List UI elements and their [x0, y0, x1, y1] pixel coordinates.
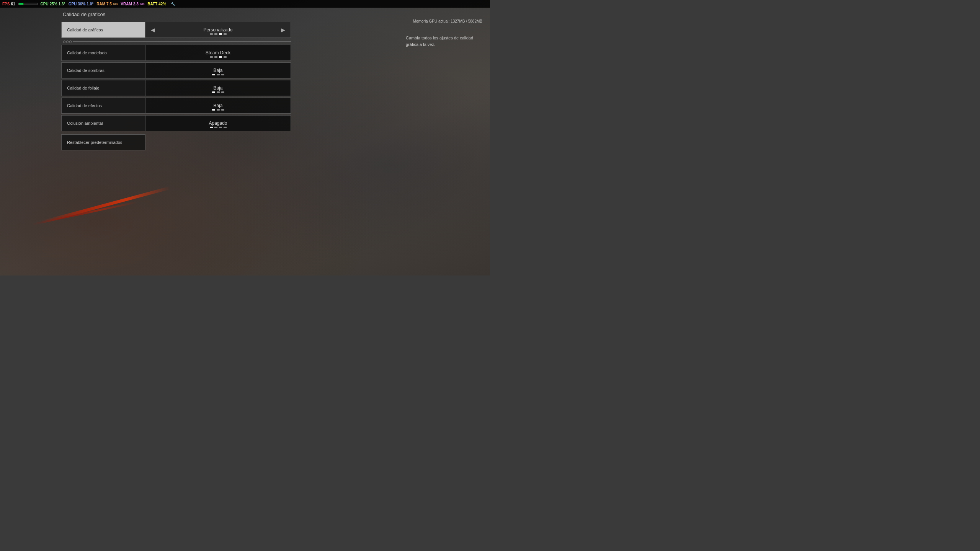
left-arrow[interactable]: ◀ [151, 27, 155, 33]
dot-3 [219, 127, 222, 128]
section-title: Calidad de gráficos [61, 11, 291, 17]
gpu-memory-label: Memoria GPU actual: [413, 19, 450, 23]
shadow-quality-value[interactable]: Baja [145, 62, 291, 78]
vram-unit: GiB [140, 3, 144, 5]
batt-display: BATT 42% [147, 2, 166, 6]
cpu-extra: 1.3° [59, 2, 65, 6]
hud-bar: FPS 61 CPU 25% 1.3° GPU 36% 1.0° RAM 7.5… [0, 0, 490, 8]
dot-2 [217, 109, 220, 111]
settings-row-foliage-quality[interactable]: Calidad de follaje Baja [61, 80, 291, 96]
settings-panel: Calidad de gráficos Calidad de gráficos … [61, 11, 291, 152]
cpu-bar [18, 3, 38, 5]
model-quality-label: Calidad de modelado [61, 45, 145, 61]
gpu-memory-separator: / [466, 19, 467, 23]
ram-display: RAM 7.5GiB [96, 2, 118, 6]
vram-label: VRAM [121, 2, 132, 6]
dot-1 [212, 74, 215, 75]
settings-row-model-quality[interactable]: Calidad de modelado Steam Deck [61, 45, 291, 61]
dot-3 [221, 109, 224, 111]
dot-2 [214, 56, 217, 58]
graphics-quality-value[interactable]: ◀ Personalizado ▶ [145, 22, 291, 38]
settings-row-effects-quality[interactable]: Calidad de efectos Baja [61, 98, 291, 114]
dot-3 [219, 33, 222, 35]
fps-value: 61 [11, 2, 15, 6]
reset-row[interactable]: Restablecer predeterminados [61, 134, 291, 150]
dot-2 [217, 91, 220, 93]
cpu-value: 25% [50, 2, 57, 6]
settings-row-shadow-quality[interactable]: Calidad de sombras Baja [61, 62, 291, 78]
dot-3 [219, 56, 222, 58]
dot-2 [217, 74, 220, 75]
graphics-quality-text: Personalizado [203, 27, 232, 33]
fps-label: FPS [2, 2, 10, 6]
gpu-memory-total: 5882MB [468, 19, 482, 23]
cpu-display: CPU 25% 1.3° [41, 2, 65, 6]
settings-row-graphics-quality[interactable]: Calidad de gráficos ◀ Personalizado ▶ [61, 22, 291, 38]
vram-display: VRAM 2.3GiB [121, 2, 144, 6]
dot-3 [221, 91, 224, 93]
dot-4 [224, 33, 227, 35]
setting-description: Cambia todos los ajustes de calidad gráf… [406, 35, 482, 47]
ram-unit: GiB [113, 3, 118, 5]
shadow-quality-text: Baja [213, 68, 222, 73]
ambient-occlusion-value[interactable]: Apagado [145, 115, 291, 131]
wrench-icon: 🔧 [171, 2, 175, 6]
ambient-occlusion-label: Oclusión ambiental [61, 115, 145, 131]
reset-button[interactable]: Restablecer predeterminados [61, 134, 145, 150]
foliage-quality-text: Baja [213, 85, 222, 91]
effects-quality-value[interactable]: Baja [145, 98, 291, 114]
info-panel: Memoria GPU actual: 1327MB / 5882MB Camb… [406, 19, 482, 47]
gpu-value: 36% [78, 2, 85, 6]
dot-3 [221, 74, 224, 75]
model-quality-text: Steam Deck [206, 50, 230, 55]
dot-1 [212, 109, 215, 111]
batt-value: 42% [158, 2, 166, 6]
shadow-quality-label: Calidad de sombras [61, 62, 145, 78]
right-arrow[interactable]: ▶ [281, 27, 285, 33]
settings-row-ambient-occlusion[interactable]: Oclusión ambiental Apagado [61, 115, 291, 131]
ao-dots [210, 127, 227, 128]
foliage-quality-value[interactable]: Baja [145, 80, 291, 96]
dot-1 [210, 56, 213, 58]
dot-2 [214, 33, 217, 35]
vram-value: 2.3 [133, 2, 139, 6]
dot-1 [212, 91, 215, 93]
effects-quality-text: Baja [213, 103, 222, 108]
dot-4 [224, 127, 227, 128]
effects-dots [212, 109, 224, 111]
dot-1 [210, 33, 213, 35]
gpu-label: GPU [69, 2, 77, 6]
cpu-bar-fill [19, 3, 23, 5]
model-dots [210, 56, 227, 58]
foliage-dots [212, 91, 224, 93]
ram-label: RAM [96, 2, 105, 6]
dot-2 [214, 127, 217, 128]
shadow-dots [212, 74, 224, 75]
graphics-quality-label: Calidad de gráficos [61, 22, 145, 38]
fps-display: FPS 61 [2, 2, 15, 6]
ram-value: 7.5 [106, 2, 112, 6]
foliage-quality-label: Calidad de follaje [61, 80, 145, 96]
dot-4 [224, 56, 227, 58]
dot-1 [210, 127, 213, 128]
effects-quality-label: Calidad de efectos [61, 98, 145, 114]
gpu-extra: 1.0° [87, 2, 93, 6]
batt-label: BATT [147, 2, 157, 6]
ambient-occlusion-text: Apagado [209, 121, 227, 126]
cpu-label: CPU [41, 2, 49, 6]
gpu-memory-info: Memoria GPU actual: 1327MB / 5882MB [406, 19, 482, 23]
model-quality-value[interactable]: Steam Deck [145, 45, 291, 61]
gpu-display: GPU 36% 1.0° [69, 2, 94, 6]
gpu-memory-current: 1327MB [451, 19, 465, 23]
divider: ◇◇◇ [61, 39, 291, 43]
quality-dots [210, 33, 227, 35]
